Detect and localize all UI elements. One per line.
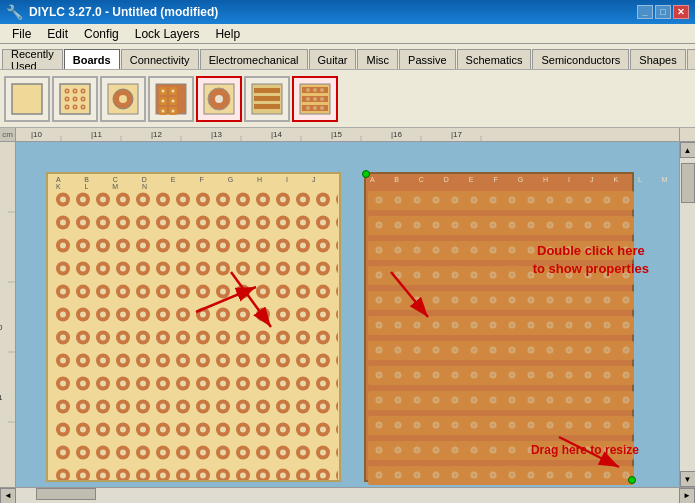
stripboard-headers: A B C D E F G H I J K L M N — [370, 176, 679, 183]
ruler-top-right — [679, 128, 695, 142]
svg-point-19 — [82, 106, 84, 108]
svg-rect-36 — [204, 84, 234, 114]
window-controls: _ □ ✕ — [637, 5, 689, 19]
tab-schematics[interactable]: Schematics — [457, 49, 532, 69]
scroll-down-button[interactable]: ▼ — [680, 471, 696, 487]
svg-point-52 — [320, 97, 324, 101]
svg-rect-39 — [252, 84, 282, 114]
ruler-corner: cm — [0, 128, 16, 142]
tab-recently-used[interactable]: Recently Used — [2, 49, 63, 69]
svg-point-55 — [320, 106, 324, 110]
tab-shapes[interactable]: Shapes — [630, 49, 685, 69]
ruler-left: 8 9 10 11 — [0, 142, 16, 487]
svg-rect-23 — [156, 84, 186, 114]
canvas[interactable]: A B C D E F G H I J K L M N // This will… — [16, 142, 679, 487]
maximize-button[interactable]: □ — [655, 5, 671, 19]
menu-file[interactable]: File — [4, 25, 39, 43]
svg-rect-27 — [169, 97, 177, 105]
svg-text:|10: |10 — [31, 130, 43, 139]
svg-rect-26 — [159, 97, 167, 105]
svg-text:|15: |15 — [331, 130, 343, 139]
svg-point-6 — [73, 96, 78, 101]
tool-square-pads[interactable] — [148, 76, 194, 122]
svg-point-7 — [81, 96, 86, 101]
svg-rect-20 — [108, 84, 138, 114]
canvas-row: 8 9 10 11 A B C D E F G H I J K L — [0, 142, 695, 487]
scroll-track-horizontal[interactable] — [16, 488, 679, 504]
svg-point-11 — [66, 90, 68, 92]
tab-electromechanical[interactable]: Electromechanical — [200, 49, 308, 69]
scroll-left-button[interactable]: ◄ — [0, 488, 16, 504]
svg-rect-29 — [169, 107, 177, 115]
svg-point-38 — [215, 95, 223, 103]
scroll-track-vertical[interactable] — [680, 158, 696, 471]
svg-point-50 — [306, 97, 310, 101]
tab-misc[interactable]: Misc — [357, 49, 398, 69]
titlebar: 🔧 DIYLC 3.27.0 - Untitled (modified) _ □… — [0, 0, 695, 24]
ruler-area: cm |10 |11 |12 |13 |14 |15 |16 |17 — [0, 128, 695, 142]
svg-text:|16: |16 — [391, 130, 403, 139]
tool-stripboard-selected[interactable] — [292, 76, 338, 122]
menu-config[interactable]: Config — [76, 25, 127, 43]
tool-round-pad[interactable] — [100, 76, 146, 122]
tool-perfboard[interactable] — [52, 76, 98, 122]
tab-semiconductors[interactable]: Semiconductors — [532, 49, 629, 69]
tool-perfboard-2-selected[interactable] — [196, 76, 242, 122]
svg-point-51 — [313, 97, 317, 101]
tab-guitar[interactable]: Guitar — [309, 49, 357, 69]
window-title: DIYLC 3.27.0 - Untitled (modified) — [29, 5, 218, 19]
svg-point-12 — [74, 90, 76, 92]
svg-point-34 — [162, 109, 165, 112]
svg-point-17 — [66, 106, 68, 108]
svg-rect-25 — [169, 87, 177, 95]
tabbar: Recently Used Boards Connectivity Electr… — [0, 44, 695, 70]
toolbar — [0, 70, 695, 128]
tool-blank-board[interactable] — [4, 76, 50, 122]
svg-point-48 — [313, 88, 317, 92]
svg-point-22 — [119, 95, 127, 103]
svg-point-37 — [208, 88, 230, 110]
svg-point-54 — [313, 106, 317, 110]
svg-point-4 — [81, 88, 86, 93]
svg-rect-0 — [12, 84, 42, 114]
menu-lock-layers[interactable]: Lock Layers — [127, 25, 208, 43]
menu-edit[interactable]: Edit — [39, 25, 76, 43]
svg-point-14 — [66, 98, 68, 100]
tab-tubes[interactable]: Tubes — [687, 49, 695, 69]
svg-point-3 — [73, 88, 78, 93]
tool-stripboard[interactable] — [244, 76, 290, 122]
svg-point-47 — [306, 88, 310, 92]
close-button[interactable]: ✕ — [673, 5, 689, 19]
svg-rect-73 — [0, 142, 16, 487]
scroll-thumb-horizontal[interactable] — [36, 488, 96, 500]
tab-passive[interactable]: Passive — [399, 49, 456, 69]
svg-rect-1 — [60, 84, 90, 114]
board-stripboard[interactable]: A B C D E F G H I J K L M N — [364, 172, 634, 482]
svg-rect-44 — [302, 87, 328, 93]
svg-point-30 — [162, 89, 165, 92]
svg-text:|11: |11 — [91, 130, 103, 139]
minimize-button[interactable]: _ — [637, 5, 653, 19]
scrollbar-bottom: ◄ ► — [0, 487, 695, 503]
tab-connectivity[interactable]: Connectivity — [121, 49, 199, 69]
svg-point-2 — [65, 88, 70, 93]
handle-br[interactable] — [628, 476, 636, 484]
handle-tl[interactable] — [362, 170, 370, 178]
scroll-right-button[interactable]: ► — [679, 488, 695, 504]
svg-rect-42 — [254, 104, 280, 109]
scroll-thumb-vertical[interactable] — [681, 163, 695, 203]
menu-help[interactable]: Help — [207, 25, 248, 43]
scrollbar-right: ▲ ▼ — [679, 142, 695, 487]
svg-text:|13: |13 — [211, 130, 223, 139]
svg-point-5 — [65, 96, 70, 101]
svg-text:|17: |17 — [451, 130, 463, 139]
svg-point-49 — [320, 88, 324, 92]
svg-point-21 — [113, 89, 133, 109]
svg-point-9 — [73, 104, 78, 109]
tab-boards[interactable]: Boards — [64, 49, 120, 69]
svg-rect-28 — [159, 107, 167, 115]
svg-point-18 — [74, 106, 76, 108]
svg-rect-24 — [159, 87, 167, 95]
scroll-up-button[interactable]: ▲ — [680, 142, 696, 158]
board-perfboard[interactable]: A B C D E F G H I J K L M N // This will… — [46, 172, 341, 482]
